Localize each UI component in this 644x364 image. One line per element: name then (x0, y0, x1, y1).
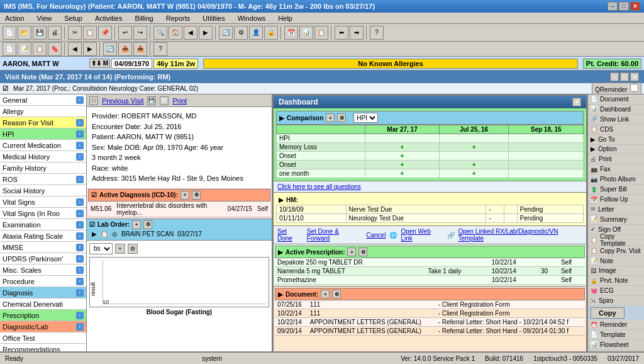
doc-expand[interactable]: + (321, 290, 330, 299)
tb2-help[interactable]: ? (153, 42, 167, 56)
bs-dropdown[interactable]: bs (89, 243, 113, 254)
rs-spiro[interactable]: 🌬 Spiro (588, 296, 644, 306)
lab-settings[interactable]: ⚙ (143, 220, 152, 229)
menu-activities[interactable]: Activities (92, 14, 125, 23)
rs-fax[interactable]: 📠 Fax (588, 164, 644, 174)
sidebar-item-exam[interactable]: Examination i (0, 219, 86, 230)
sidebar-item-mmse[interactable]: MMSE i (0, 242, 86, 253)
menu-help[interactable]: Help (275, 14, 295, 23)
sidebar-item-general[interactable]: General i (0, 94, 86, 106)
sidebar-item-medical-history[interactable]: Medical History i (0, 151, 86, 162)
menu-action[interactable]: Action (3, 14, 27, 23)
set-done-link[interactable]: Set Done (277, 228, 303, 242)
rs-showlink[interactable]: 🔗 Show Link (588, 115, 644, 125)
set-done-forward-link[interactable]: Set Done & Forward (307, 228, 363, 242)
tb-calendar-btn[interactable]: 📅 (284, 26, 298, 40)
tb-chart-btn[interactable]: 📊 (299, 26, 313, 40)
tb2-nav-forward[interactable]: ▶ (83, 42, 97, 56)
lab-expand[interactable]: + (132, 220, 141, 229)
open-web-link[interactable]: Open Web Link (401, 228, 443, 242)
tb-arrow-left-btn[interactable]: ⬅ (335, 26, 348, 40)
visit-note-maximize[interactable]: □ (620, 72, 629, 81)
sidebar-item-medication[interactable]: Current Medication i (0, 140, 86, 151)
rs-option[interactable]: ▶ Option (588, 145, 644, 155)
tb-print-btn[interactable]: 🖨 (48, 26, 62, 40)
tb-forward-btn[interactable]: ▶ (199, 26, 213, 40)
tb2-refresh[interactable]: 🔄 (103, 42, 117, 56)
sidebar-item-diaglab[interactable]: Diagnostic/Lab i (0, 321, 86, 333)
menu-setup[interactable]: Setup (62, 14, 85, 23)
rx-expand[interactable]: + (347, 247, 356, 256)
visit-note-close[interactable]: ✕ (630, 72, 639, 81)
doc-settings[interactable]: ⚙ (332, 290, 341, 299)
tb2-nav-back[interactable]: ◀ (68, 42, 82, 56)
tb-home-btn[interactable]: 🏠 (169, 26, 182, 40)
tb-save-btn[interactable]: 💾 (33, 26, 47, 40)
menu-reports[interactable]: Reports (164, 14, 193, 23)
menu-utilities[interactable]: Utilities (200, 14, 227, 23)
rs-superbill[interactable]: 💲 Super Bill (588, 185, 644, 195)
rs-goto[interactable]: ▶ Go To (588, 135, 644, 145)
sidebar-item-updrs[interactable]: UPDRS (Parkinson' i (0, 253, 86, 264)
minimize-btn[interactable]: ─ (608, 2, 618, 11)
tb-settings-btn[interactable]: ⚙ (234, 26, 248, 40)
rs-dashboard[interactable]: 📊 Dashboard (588, 105, 644, 115)
sidebar-item-vitals[interactable]: Vital Signs i (0, 196, 86, 208)
sidebar-item-office[interactable]: Office Test (0, 333, 86, 344)
tb2-export[interactable]: 📤 (118, 42, 132, 56)
menu-view[interactable]: View (35, 14, 55, 23)
sidebar-item-procedure[interactable]: Procedure i (0, 276, 86, 287)
rs-letter[interactable]: ✉ Letter (588, 205, 644, 215)
rs-followup[interactable]: 📅 Follow Up (588, 195, 644, 205)
tb-redo-btn[interactable]: ↪ (133, 26, 147, 40)
rs-flowsheet[interactable]: 📊 Flowsheet (588, 340, 644, 350)
tb2-btn4[interactable]: 🔖 (48, 42, 62, 56)
tb-arrow-right-btn[interactable]: ➡ (350, 26, 364, 40)
menu-windows[interactable]: Windows (235, 14, 269, 23)
comp-expand[interactable]: + (326, 113, 335, 122)
comp-settings[interactable]: ⚙ (337, 113, 346, 122)
bs-expand[interactable]: + (115, 244, 125, 254)
comp-dropdown[interactable]: HPI (353, 113, 378, 123)
tb-help-btn[interactable]: ? (370, 26, 384, 40)
panel-icon1[interactable]: □ (89, 96, 98, 105)
rs-template[interactable]: 📄 Template (588, 330, 644, 340)
sidebar-item-social[interactable]: Social History (0, 185, 86, 196)
tb-copy-btn[interactable]: 📋 (83, 26, 97, 40)
diag-expand[interactable]: + (180, 191, 189, 200)
tb-refresh-btn[interactable]: 🔄 (219, 26, 233, 40)
qreminder-checkbox[interactable] (630, 84, 638, 92)
sidebar-item-family[interactable]: Family History (0, 162, 86, 174)
tb-list-btn[interactable]: 📋 (314, 26, 328, 40)
visit-note-minimize[interactable]: ─ (610, 72, 619, 81)
panel-save[interactable]: 💾 (147, 96, 156, 105)
tb-undo-btn[interactable]: ↩ (118, 26, 132, 40)
tb2-btn2[interactable]: 📝 (18, 42, 31, 56)
close-btn[interactable]: ✕ (630, 2, 640, 11)
rs-note[interactable]: 📝 Note (588, 256, 644, 266)
previous-visit-link[interactable]: Previous Visit (102, 97, 143, 105)
rs-document[interactable]: 📄 Document (588, 94, 644, 105)
rs-cds[interactable]: 📋 CDS (588, 125, 644, 135)
sidebar-item-rx[interactable]: Prescription i (0, 310, 86, 321)
tb-paste-btn[interactable]: 📌 (98, 26, 112, 40)
rs-print[interactable]: 🖨 Print (588, 154, 644, 164)
panel-expand[interactable]: ⬜ (160, 96, 169, 105)
cancel-link[interactable]: Cancel (366, 232, 386, 239)
rx-settings[interactable]: ⚙ (358, 247, 367, 256)
sidebar-item-chemical[interactable]: Chemical Denervati (0, 299, 86, 310)
tb-cut-btn[interactable]: ✂ (68, 26, 82, 40)
tb-open-btn[interactable]: 📂 (18, 26, 31, 40)
sidebar-item-ros[interactable]: ROS i (0, 174, 86, 185)
rs-reminder[interactable]: ⏰ Reminder (588, 320, 644, 330)
rs-image[interactable]: 🖼 Image (588, 266, 644, 276)
tb2-import[interactable]: 📥 (133, 42, 147, 56)
bs-settings[interactable]: ⚙ (128, 244, 138, 254)
see-all-link[interactable]: Click here to see all questions (274, 181, 586, 193)
rs-photo[interactable]: 📷 Photo Album (588, 174, 644, 185)
sidebar-item-ataxia[interactable]: Ataxia Rating Scale i (0, 230, 86, 242)
tb2-btn1[interactable]: 📄 (3, 42, 16, 56)
tb-new-btn[interactable]: 📄 (3, 26, 16, 40)
tb-search-btn[interactable]: 🔍 (153, 26, 167, 40)
sidebar-item-reason[interactable]: Reason For Visit i (0, 117, 86, 128)
